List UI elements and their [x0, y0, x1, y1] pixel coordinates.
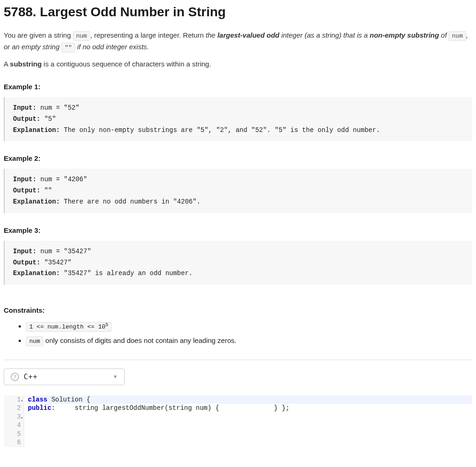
- output-label: Output:: [13, 187, 40, 194]
- explanation-label: Explanation:: [13, 270, 60, 277]
- bold-span: largest-valued odd: [218, 31, 279, 39]
- output-label: Output:: [13, 259, 40, 266]
- output-value: "35427": [40, 259, 72, 266]
- explanation-value: "35427" is already an odd number.: [60, 270, 193, 277]
- fold-icon[interactable]: ▾: [21, 397, 23, 406]
- example-heading: Example 2:: [4, 154, 472, 162]
- line-number: 5: [8, 430, 21, 439]
- input-label: Input:: [13, 104, 36, 112]
- output-value: "5": [40, 115, 56, 123]
- bold-span: non-empty substring: [370, 31, 439, 39]
- italic-span: the: [206, 31, 218, 39]
- superscript: 5: [106, 322, 108, 328]
- italic-span: of: [439, 31, 449, 39]
- inline-code: "": [61, 43, 75, 53]
- help-icon[interactable]: ?: [11, 373, 19, 381]
- constraints-heading: Constraints:: [4, 306, 472, 314]
- code-line[interactable]: };: [282, 404, 290, 412]
- inline-code: num: [449, 31, 466, 41]
- explanation-label: Explanation:: [13, 126, 60, 134]
- problem-title: 5788. Largest Odd Number in String: [4, 4, 472, 20]
- inline-code: 1 <= num.length <= 105: [26, 322, 112, 332]
- example-heading: Example 1:: [4, 83, 472, 91]
- language-select[interactable]: ? C++ ▼: [4, 368, 125, 385]
- line-number: 6: [8, 438, 21, 447]
- code-editor[interactable]: 1▾ 2 3▾ 4 5 6 class Solution { public: s…: [4, 395, 472, 447]
- explanation-value: There are no odd numbers in "4206".: [60, 198, 200, 205]
- explanation-value: The only non-empty substrings are "5", "…: [60, 126, 380, 134]
- input-value: num = "35427": [36, 248, 91, 255]
- constraint-item: 1 <= num.length <= 105: [26, 321, 472, 332]
- inline-code: num: [26, 336, 43, 346]
- bold-span: substring: [10, 60, 41, 68]
- problem-paragraph-2: A substring is a contiguous sequence of …: [4, 59, 472, 70]
- explanation-label: Explanation:: [13, 198, 60, 205]
- input-value: num = "4206": [36, 176, 87, 183]
- line-number: 1▾: [8, 395, 21, 404]
- fold-icon[interactable]: ▾: [21, 414, 23, 423]
- output-label: Output:: [13, 115, 40, 123]
- line-number: 2: [8, 404, 21, 413]
- constraints-list: 1 <= num.length <= 105 num only consists…: [4, 321, 472, 347]
- code-line[interactable]: string largestOddNumber(string num) {: [59, 404, 219, 412]
- line-number-gutter: 1▾ 2 3▾ 4 5 6: [4, 395, 24, 447]
- inline-code: num: [73, 31, 90, 41]
- text-span: .: [147, 43, 149, 51]
- code-line[interactable]: [223, 404, 254, 412]
- text-span: is a contiguous sequence of characters w…: [42, 60, 211, 68]
- text-span: , representing a large integer. Return: [90, 31, 205, 39]
- text-span: only consists of digits and does not con…: [43, 336, 236, 344]
- code-line[interactable]: }: [258, 404, 278, 412]
- constraint-item: num only consists of digits and does not…: [26, 335, 472, 347]
- example-block: Input: num = "52" Output: "5" Explanatio…: [4, 97, 472, 141]
- example-heading: Example 3:: [4, 226, 472, 234]
- output-value: "": [40, 187, 52, 194]
- line-number: 3▾: [8, 413, 21, 421]
- text-span: A: [4, 60, 10, 68]
- language-text: C++: [24, 373, 38, 381]
- example-block: Input: num = "4206" Output: "" Explanati…: [4, 169, 472, 213]
- text-span: You are given a string: [4, 31, 73, 39]
- input-value: num = "52": [36, 104, 79, 112]
- line-number: 4: [8, 421, 21, 430]
- example-block: Input: num = "35427" Output: "35427" Exp…: [4, 241, 472, 285]
- problem-paragraph-1: You are given a string num, representing…: [4, 30, 472, 53]
- italic-span: integer (as a string) that is a: [279, 31, 370, 39]
- italic-span: if no odd integer exists: [75, 43, 147, 51]
- input-label: Input:: [13, 248, 36, 255]
- code-content[interactable]: class Solution { public: string largestO…: [24, 395, 472, 447]
- code-line[interactable]: class Solution {: [28, 395, 472, 404]
- input-label: Input:: [13, 176, 36, 183]
- chevron-down-icon: ▼: [113, 374, 118, 379]
- code-line[interactable]: public:: [28, 404, 55, 412]
